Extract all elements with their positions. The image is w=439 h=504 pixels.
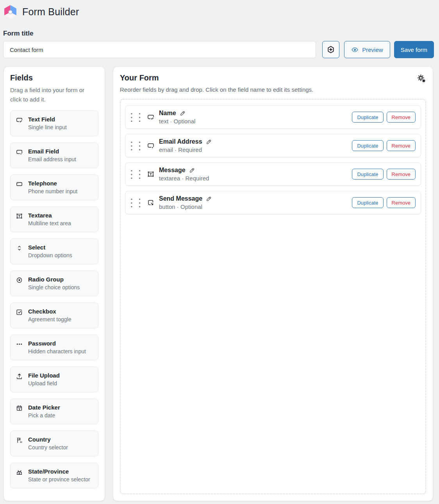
field-palette-list: Text Field Single line input Email Field…	[10, 110, 98, 488]
form-settings-button[interactable]	[417, 73, 426, 83]
hexagon-plus-icon	[327, 45, 335, 54]
palette-item-label: Telephone	[28, 179, 77, 187]
field-palette-item[interactable]: Text Field Single line input	[10, 110, 98, 136]
password-icon	[16, 340, 23, 348]
email-field-icon	[147, 142, 155, 150]
palette-item-description: Phone number input	[28, 187, 77, 196]
palette-item-description: Pick a date	[28, 411, 60, 420]
palette-item-description: Single choice options	[28, 283, 80, 292]
palette-item-label: Select	[28, 243, 72, 251]
field-palette-item[interactable]: Country Country selector	[10, 431, 98, 456]
form-field-row: Message textarea · Required Duplicate Re…	[125, 162, 421, 186]
textarea-icon	[16, 212, 23, 220]
remove-button[interactable]: Remove	[387, 169, 416, 180]
your-form-title: Your Form	[120, 73, 159, 82]
field-name[interactable]: Send Message	[159, 195, 202, 202]
content: Fields Drag a field into your form or cl…	[0, 67, 439, 501]
field-palette-item[interactable]: Date Picker Pick a date	[10, 399, 98, 424]
field-meta: textarea · Required	[159, 175, 209, 182]
field-palette-item[interactable]: Checkbox Agreement toggle	[10, 303, 98, 328]
your-form-panel: Your Form Reorder fields by drag and dro…	[113, 67, 433, 501]
palette-item-description: Email address input	[28, 155, 76, 164]
palette-item-label: Text Field	[28, 115, 67, 123]
palette-item-description: Upload field	[28, 379, 60, 388]
form-title-label: Form title	[3, 30, 436, 37]
palette-item-label: File Upload	[28, 371, 60, 379]
fields-panel: Fields Drag a field into your form or cl…	[4, 67, 105, 501]
field-palette-item[interactable]: State/Province State or province selecto…	[10, 463, 98, 488]
textarea-icon	[147, 170, 155, 178]
duplicate-button[interactable]: Duplicate	[352, 197, 383, 208]
form-field-row: Name text · Optional Duplicate Remove	[125, 105, 421, 129]
duplicate-button[interactable]: Duplicate	[352, 112, 383, 123]
field-palette-item[interactable]: Email Field Email address input	[10, 142, 98, 168]
field-name[interactable]: Message	[159, 167, 186, 174]
palette-item-label: Date Picker	[28, 403, 60, 411]
select-icon	[16, 244, 23, 252]
palette-item-label: Password	[28, 339, 86, 347]
form-field-row: Email Address email · Required Duplicate…	[125, 134, 421, 157]
app-title: Form Builder	[22, 6, 79, 18]
field-meta: email · Required	[159, 146, 212, 153]
preview-button[interactable]: Preview	[344, 41, 390, 58]
palette-item-label: Textarea	[28, 211, 71, 219]
field-palette-item[interactable]: Select Dropdown options	[10, 239, 98, 264]
palette-item-label: State/Province	[28, 467, 90, 476]
text-field-icon	[147, 113, 155, 121]
field-palette-item[interactable]: Telephone Phone number input	[10, 175, 98, 200]
remove-button[interactable]: Remove	[387, 112, 416, 123]
fields-panel-description: Drag a field into your form or click to …	[10, 85, 92, 104]
palette-item-label: Email Field	[28, 147, 76, 155]
field-name[interactable]: Name	[159, 110, 176, 117]
state-province-icon	[16, 468, 23, 476]
field-palette-item[interactable]: File Upload Upload field	[10, 367, 98, 392]
field-meta: button · Optional	[159, 203, 212, 210]
field-palette-item[interactable]: Textarea Multiline text area	[10, 207, 98, 232]
remove-button[interactable]: Remove	[387, 197, 416, 208]
edit-pencil-icon[interactable]	[206, 196, 212, 202]
button-field-icon	[147, 199, 155, 207]
palette-item-description: Hidden characters input	[28, 347, 86, 356]
date-picker-icon	[16, 404, 23, 412]
email-field-icon	[16, 148, 23, 156]
field-meta: text · Optional	[159, 118, 195, 125]
form-field-row: Send Message button · Optional Duplicate…	[125, 191, 421, 214]
drag-handle-icon[interactable]	[129, 197, 142, 208]
save-form-button[interactable]: Save form	[394, 41, 434, 58]
fields-panel-title: Fields	[10, 73, 98, 82]
palette-item-description: Agreement toggle	[28, 315, 71, 324]
text-field-icon	[16, 116, 23, 124]
edit-pencil-icon[interactable]	[206, 139, 212, 145]
edit-pencil-icon[interactable]	[189, 167, 195, 173]
gear-settings-icon	[417, 74, 426, 83]
checkbox-icon	[16, 308, 23, 316]
preview-button-label: Preview	[362, 46, 383, 53]
palette-item-label: Radio Group	[28, 275, 80, 283]
app-logo-icon	[3, 5, 18, 19]
palette-item-label: Checkbox	[28, 307, 71, 315]
palette-item-description: Dropdown options	[28, 251, 72, 260]
country-icon	[16, 436, 23, 444]
palette-item-description: Single line input	[28, 123, 67, 132]
edit-pencil-icon[interactable]	[180, 110, 186, 116]
form-dropzone[interactable]: Name text · Optional Duplicate Remove Em…	[120, 99, 426, 494]
app-header: Form Builder	[0, 0, 439, 19]
remove-button[interactable]: Remove	[387, 140, 416, 151]
palette-item-description: Country selector	[28, 443, 68, 452]
drag-handle-icon[interactable]	[129, 168, 142, 180]
field-palette-item[interactable]: Password Hidden characters input	[10, 335, 98, 360]
field-name[interactable]: Email Address	[159, 138, 202, 145]
palette-item-label: Country	[28, 435, 68, 443]
hexagon-add-button[interactable]	[322, 41, 339, 58]
field-palette-item[interactable]: Radio Group Single choice options	[10, 271, 98, 296]
drag-handle-icon[interactable]	[129, 111, 142, 123]
drag-handle-icon[interactable]	[129, 140, 142, 151]
form-title-input[interactable]	[3, 41, 316, 58]
radio-group-icon	[16, 276, 23, 284]
duplicate-button[interactable]: Duplicate	[352, 169, 383, 180]
file-upload-icon	[16, 372, 23, 380]
duplicate-button[interactable]: Duplicate	[352, 140, 383, 151]
eye-icon	[351, 46, 359, 53]
palette-item-description: State or province selector	[28, 476, 90, 484]
palette-item-description: Multiline text area	[28, 219, 71, 228]
